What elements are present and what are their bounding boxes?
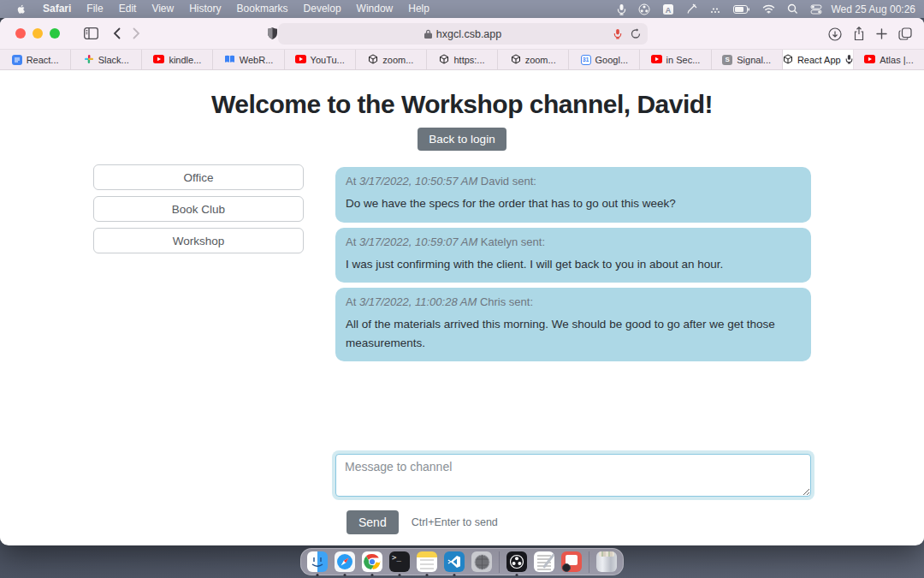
tab-label: React... <box>27 55 59 65</box>
dock: >_ <box>300 548 624 575</box>
dock-divider <box>589 551 589 573</box>
message-input[interactable] <box>335 454 811 497</box>
tab-zoom-sandbox-2[interactable]: zoom... <box>498 50 569 69</box>
download-icon[interactable] <box>828 27 842 41</box>
menubar-clock[interactable]: Wed 25 Aug 00:26 <box>831 3 915 15</box>
address-bar[interactable]: hxgcl.csb.app <box>278 23 648 45</box>
terminal-icon[interactable]: >_ <box>389 551 410 572</box>
channel-button-book-club[interactable]: Book Club <box>93 196 304 222</box>
tab-label: Signal... <box>737 55 771 65</box>
forward-icon[interactable] <box>133 27 140 39</box>
composer <box>335 454 811 500</box>
settings-icon[interactable] <box>471 551 492 572</box>
back-to-login-button[interactable]: Back to login <box>418 128 506 151</box>
dots-indicator-icon[interactable] <box>709 4 721 15</box>
menu-develop[interactable]: Develop <box>296 0 349 18</box>
channel-button-office[interactable]: Office <box>93 164 304 190</box>
meta-sender: Chris sent: <box>480 295 533 308</box>
signal-icon: S <box>722 55 732 65</box>
safari-icon[interactable] <box>335 551 355 572</box>
google-calendar-icon: 31 <box>581 55 591 65</box>
meta-prefix: At <box>346 175 356 188</box>
meta-sender: David sent: <box>481 175 536 188</box>
apple-menu-icon[interactable] <box>15 3 27 15</box>
tab-zoom-sandbox-1[interactable]: zoom... <box>356 50 427 69</box>
message-body: Do we have the specs for the order that … <box>346 194 801 213</box>
shield-icon[interactable] <box>267 27 278 40</box>
meta-timestamp: 3/17/2022, 11:00:28 AM <box>359 295 477 308</box>
trash-icon[interactable] <box>596 551 617 572</box>
tab-in-sec[interactable]: in Sec... <box>640 50 711 69</box>
menu-bar: Safari File Edit View History Bookmarks … <box>0 0 924 18</box>
tab-kindle[interactable]: kindle... <box>142 50 213 69</box>
menu-view[interactable]: View <box>144 0 181 18</box>
photobooth-icon[interactable] <box>561 551 582 572</box>
zoom-window-button[interactable] <box>50 28 60 39</box>
pencil-slash-icon[interactable] <box>686 3 697 15</box>
tab-label: Atlas |... <box>880 55 914 65</box>
docs-icon <box>12 55 22 65</box>
meta-timestamp: 3/17/2022, 10:50:57 AM <box>359 175 477 188</box>
reload-icon[interactable] <box>631 28 641 39</box>
slack-icon <box>84 54 94 66</box>
tab-label: Googl... <box>595 55 629 65</box>
menu-safari[interactable]: Safari <box>35 0 79 18</box>
textedit-icon[interactable] <box>534 551 554 572</box>
tab-react-docs[interactable]: React... <box>0 50 71 69</box>
tab-label: https:... <box>453 55 484 65</box>
lock-icon <box>424 29 432 39</box>
share-icon[interactable] <box>853 27 865 41</box>
new-tab-icon[interactable] <box>876 28 887 39</box>
menu-window[interactable]: Window <box>349 0 401 18</box>
tab-label: WebR... <box>240 55 274 65</box>
meta-sender: Katelyn sent: <box>481 235 545 248</box>
chrome-icon[interactable] <box>362 551 382 572</box>
menu-help[interactable]: Help <box>400 0 437 18</box>
tab-signal[interactable]: S Signal... <box>712 50 783 69</box>
message-meta: At 3/17/2022, 10:59:07 AM Katelyn sent: <box>346 235 801 248</box>
search-icon[interactable] <box>787 3 798 15</box>
input-source-icon[interactable]: A <box>662 3 674 15</box>
vscode-icon[interactable] <box>444 551 465 572</box>
menu-bookmarks[interactable]: Bookmarks <box>229 0 296 18</box>
codesandbox-icon <box>511 54 521 66</box>
tab-youtube[interactable]: YouTu... <box>285 50 356 69</box>
message-bubble: At 3/17/2022, 11:00:28 AM Chris sent: Al… <box>335 288 811 361</box>
tab-label: in Sec... <box>666 55 701 65</box>
tab-atlas[interactable]: Atlas |... <box>854 50 924 69</box>
finder-icon[interactable] <box>307 551 328 572</box>
tab-https-sandbox[interactable]: https:... <box>427 50 498 69</box>
microphone-icon[interactable] <box>617 3 626 15</box>
book-icon <box>224 55 235 65</box>
mic-in-page-icon[interactable] <box>613 28 622 39</box>
tab-react-app-active[interactable]: React App <box>783 50 854 69</box>
close-window-button[interactable] <box>15 28 26 39</box>
minimize-window-button[interactable] <box>33 28 43 39</box>
safari-window: hxgcl.csb.app React... Slack... <box>0 18 924 545</box>
tab-overview-icon[interactable] <box>898 27 912 40</box>
menu-edit[interactable]: Edit <box>111 0 145 18</box>
tab-google-calendar[interactable]: 31 Googl... <box>569 50 640 69</box>
tab-slack[interactable]: Slack... <box>71 50 142 69</box>
codesandbox-icon <box>783 54 793 66</box>
back-icon[interactable] <box>113 27 121 39</box>
tab-webr[interactable]: WebR... <box>213 50 284 69</box>
control-center-icon[interactable] <box>810 4 822 15</box>
channel-button-workshop[interactable]: Workshop <box>93 228 304 253</box>
menu-file[interactable]: File <box>79 0 110 18</box>
wifi-icon[interactable] <box>762 4 775 14</box>
battery-icon[interactable] <box>733 5 750 14</box>
tab-bar: React... Slack... kindle... WebR... YouT… <box>0 50 924 70</box>
obs-icon[interactable] <box>506 551 527 572</box>
menu-history[interactable]: History <box>181 0 228 18</box>
message-bubble: At 3/17/2022, 10:59:07 AM Katelyn sent: … <box>335 228 811 283</box>
obs-status-icon[interactable] <box>638 3 650 15</box>
youtube-icon <box>864 55 875 65</box>
notes-icon[interactable] <box>417 551 437 572</box>
tab-label: React App <box>797 55 841 65</box>
sidebar-icon[interactable] <box>84 27 98 39</box>
message-body: All of the materials arrived this mornin… <box>346 315 801 352</box>
message-list: At 3/17/2022, 10:50:57 AM David sent: Do… <box>335 167 811 361</box>
youtube-icon <box>651 55 662 65</box>
send-button[interactable]: Send <box>346 510 399 534</box>
